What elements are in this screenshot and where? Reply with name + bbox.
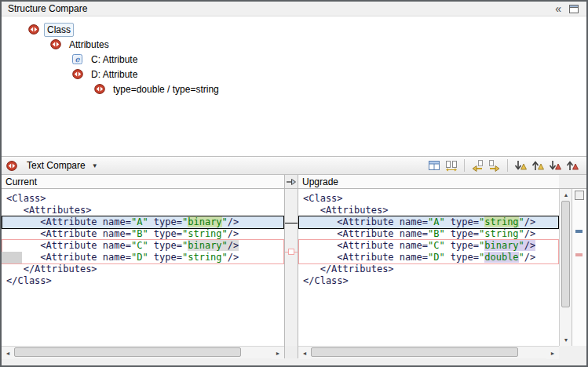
code-line: <Attribute name="B" type="string"/> <box>2 228 284 240</box>
change-icon <box>28 24 39 35</box>
vscroll-track[interactable] <box>560 201 572 334</box>
tree-item-label: D: Attribute <box>88 67 141 82</box>
left-pane-title: Current <box>5 176 37 187</box>
text-compare-title: Text Compare <box>27 160 86 171</box>
hscrollbar-row: ◄ ► ◄ ► <box>2 346 586 358</box>
structure-compare-tree: ClassAttributeseC: AttributeD: Attribute… <box>2 16 586 156</box>
overview-diff-mark[interactable] <box>575 253 583 256</box>
toolbar-separator <box>464 159 465 172</box>
left-pane-hscrollbar[interactable]: ◄ ► <box>2 346 284 358</box>
tree-item-label: Class <box>44 23 74 37</box>
copy-left-button[interactable] <box>469 158 485 173</box>
hscroll-track[interactable] <box>311 347 546 358</box>
center-strip-body <box>284 189 298 346</box>
scroll-down-button[interactable]: ▼ <box>560 334 572 346</box>
tree-item-label: C: Attribute <box>88 53 141 67</box>
hscroll-track[interactable] <box>14 347 272 358</box>
tree-item-label: type=double / type=string <box>110 82 222 96</box>
code-line: <Attribute name="A" type="string"/> <box>298 216 559 228</box>
toolbar-separator <box>507 159 508 172</box>
code-line: <Attributes> <box>2 205 284 216</box>
code-line: <Class> <box>298 193 559 205</box>
next-diff-button[interactable] <box>513 158 528 173</box>
scroll-up-button[interactable]: ▲ <box>560 189 572 201</box>
code-line: <Attribute name="C" type="binary"/> <box>298 240 559 252</box>
next-change-button[interactable] <box>547 158 563 173</box>
left-pane-header: Current <box>2 175 284 189</box>
code-line: </Attributes> <box>2 263 284 275</box>
tree-item[interactable]: Class <box>2 22 586 37</box>
code-line: <Attributes> <box>298 205 559 216</box>
swap-panes-button[interactable] <box>444 158 459 173</box>
right-pane-header: Upgrade <box>298 175 559 189</box>
diff-connector-line <box>285 223 298 223</box>
tree-item[interactable]: Attributes <box>2 37 586 52</box>
diff-connector-box[interactable] <box>288 249 294 255</box>
prev-change-button[interactable] <box>564 158 580 173</box>
tree-item[interactable]: type=double / type=string <box>2 82 586 96</box>
pane-headers: Current Upgrade <box>2 175 586 189</box>
text-compare-toolbar <box>426 158 580 173</box>
code-line: <Attribute name="D" type="string"/> <box>2 252 284 263</box>
compare-body: <Class> <Attributes> <Attribute name="A"… <box>2 189 586 346</box>
scrollbar-gap <box>284 346 298 358</box>
compare-editor-window: Structure Compare « ClassAttributeseC: A… <box>0 0 588 367</box>
structure-compare-title: Structure Compare <box>8 3 87 14</box>
change-icon <box>50 39 61 49</box>
text-compare-header: Text Compare ▼ <box>2 156 586 175</box>
ancestor-pane-button[interactable] <box>426 158 442 173</box>
scroll-left-button[interactable]: ◄ <box>2 347 14 359</box>
code-line: <Attribute name="A" type="binary"/> <box>2 216 284 228</box>
merge-direction-indicator[interactable] <box>284 175 298 189</box>
header-corner <box>559 175 586 189</box>
scrollbar-corner <box>559 346 586 358</box>
overview-diff-mark[interactable] <box>575 230 583 233</box>
overview-ruler[interactable] <box>572 189 586 346</box>
right-pane-title: Upgrade <box>302 176 338 187</box>
change-icon <box>94 84 105 94</box>
tree-item[interactable]: eC: Attribute <box>2 52 586 67</box>
vscroll-thumb[interactable] <box>561 201 570 307</box>
collapse-icon[interactable]: « <box>555 4 561 13</box>
dropdown-caret-icon[interactable]: ▼ <box>92 162 98 169</box>
code-line: <Attribute name="D" type="double"/> <box>298 252 559 263</box>
structure-compare-header-buttons: « <box>555 4 579 13</box>
merge-arrow-icon <box>286 177 297 187</box>
code-line: </Class> <box>298 275 559 287</box>
restore-pane-icon[interactable] <box>569 5 579 13</box>
left-pane-body[interactable]: <Class> <Attributes> <Attribute name="A"… <box>2 189 284 346</box>
code-line: </Class> <box>2 275 284 287</box>
scroll-right-button[interactable]: ► <box>272 347 284 359</box>
code-line: <Class> <box>2 193 284 205</box>
scroll-left-button[interactable]: ◄ <box>298 347 311 359</box>
right-pane-vscrollbar[interactable]: ▲ ▼ <box>559 189 572 346</box>
scroll-right-button[interactable]: ► <box>546 347 559 359</box>
diff-gap-marker <box>2 252 22 263</box>
code-line: <Attribute name="C" type="binary"/> <box>2 240 284 252</box>
diff-connector-line <box>294 252 298 253</box>
tree-item[interactable]: D: Attribute <box>2 67 586 82</box>
element-icon: e <box>72 54 83 64</box>
hscroll-thumb[interactable] <box>311 347 518 357</box>
change-icon <box>72 69 83 79</box>
copy-right-button[interactable] <box>487 158 502 173</box>
structure-compare-header: Structure Compare « <box>2 2 586 16</box>
right-pane-hscrollbar[interactable]: ◄ ► <box>298 346 559 358</box>
tree-item-label: Attributes <box>66 38 112 52</box>
right-pane-body[interactable]: <Class> <Attributes> <Attribute name="A"… <box>298 189 559 346</box>
code-line: </Attributes> <box>298 263 559 275</box>
change-icon <box>6 161 17 171</box>
code-line: <Attribute name="B" type="string"/> <box>298 228 559 240</box>
overview-ruler-button[interactable] <box>575 191 584 200</box>
prev-diff-button[interactable] <box>530 158 546 173</box>
hscroll-thumb[interactable] <box>14 347 241 357</box>
